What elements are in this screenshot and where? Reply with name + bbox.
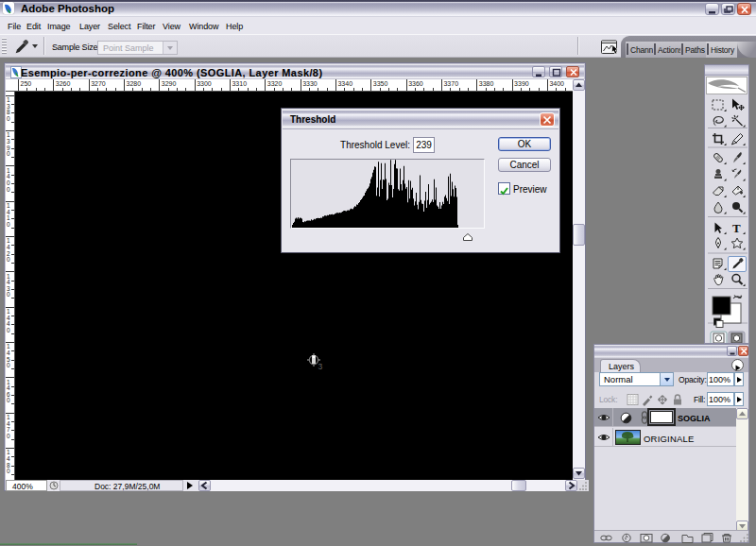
svg-text:T: T <box>732 221 741 235</box>
svg-text:0: 0 <box>7 291 10 298</box>
svg-text:0: 0 <box>7 362 10 368</box>
svg-text:0: 0 <box>7 433 10 439</box>
svg-text:3: 3 <box>318 362 323 371</box>
svg-text:0: 0 <box>7 256 10 263</box>
svg-text:0: 0 <box>7 150 10 157</box>
svg-text:0: 0 <box>7 468 10 474</box>
svg-text:0: 0 <box>7 397 10 403</box>
svg-text:0: 0 <box>7 115 10 122</box>
svg-text:0: 0 <box>7 186 10 193</box>
svg-text:0: 0 <box>7 327 10 333</box>
svg-text:0: 0 <box>7 221 10 228</box>
